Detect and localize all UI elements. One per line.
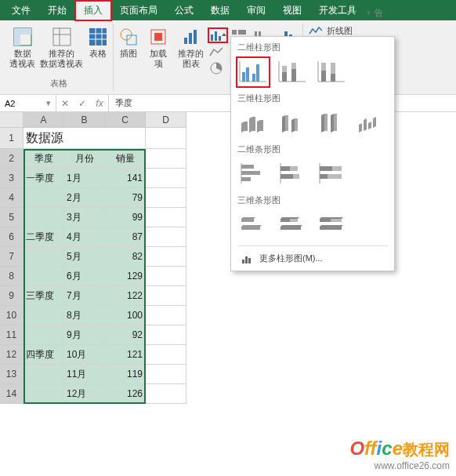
sparkline-line-button[interactable]: 折线图 [308,25,353,37]
cell[interactable] [146,247,186,267]
row-header[interactable]: 11 [0,325,24,345]
cell[interactable] [146,208,186,227]
stacked-bar-3d[interactable] [277,211,308,239]
row-header[interactable]: 7 [0,247,24,267]
more-column-charts[interactable]: 更多柱形图(M)... [237,245,388,271]
stacked-bar-100[interactable] [316,160,347,188]
data-cell[interactable]: 121 [105,345,146,365]
data-cell[interactable] [24,188,64,208]
data-cell[interactable]: 141 [105,169,146,188]
table-button[interactable]: 表格 [88,27,108,59]
addins-button[interactable]: 加载 项 [148,27,168,69]
row-header[interactable]: 2 [0,149,24,169]
header-cell[interactable]: 销量 [105,149,146,169]
title-cell[interactable]: 数据源 [24,128,146,149]
column-header[interactable]: C [105,112,146,128]
cell[interactable] [146,267,186,286]
data-cell[interactable] [24,325,64,345]
tab-review[interactable]: 审阅 [238,1,274,20]
illustrations-button[interactable]: 插图 [118,27,139,59]
recommended-pivot-button[interactable]: 推荐的 数据透视表 [40,27,83,69]
data-cell[interactable]: 3月 [64,208,105,227]
clustered-column-3d[interactable] [237,109,269,137]
data-cell[interactable] [24,267,64,286]
name-box[interactable]: A2▾ [0,95,56,111]
formula-input[interactable]: 季度 [109,97,139,109]
data-cell[interactable] [24,384,64,404]
cell[interactable] [146,384,186,404]
cell[interactable] [146,188,186,208]
stacked-column-3d-100[interactable] [316,109,347,137]
clustered-bar-2d[interactable] [237,160,269,188]
data-cell[interactable]: 129 [105,267,146,286]
data-cell[interactable] [24,365,64,384]
data-cell[interactable]: 一季度 [24,169,64,188]
pie-chart-dropdown[interactable] [208,61,227,75]
tab-developer[interactable]: 开发工具 [310,1,365,20]
cell[interactable] [146,365,186,384]
data-cell[interactable]: 87 [105,227,146,247]
data-cell[interactable]: 二季度 [24,227,64,247]
cell[interactable] [146,169,186,188]
stacked-bar-2d[interactable] [277,160,308,188]
header-cell[interactable]: 季度 [24,149,64,169]
column-chart-dropdown[interactable] [208,28,227,42]
row-header[interactable]: 6 [0,227,24,247]
stacked-bar-3d-100[interactable] [316,211,347,239]
row-header[interactable]: 5 [0,208,24,227]
data-cell[interactable]: 9月 [64,325,105,345]
data-cell[interactable]: 四季度 [24,345,64,365]
row-header[interactable]: 9 [0,286,24,306]
row-header[interactable]: 14 [0,384,24,404]
data-cell[interactable]: 三季度 [24,286,64,306]
tell-me[interactable]: ♀告 [365,2,383,19]
data-cell[interactable]: 79 [105,188,146,208]
tab-insert[interactable]: 插入 [75,1,111,20]
clustered-bar-3d[interactable] [237,211,269,239]
data-cell[interactable] [24,247,64,267]
data-cell[interactable]: 12月 [64,384,105,404]
row-header[interactable]: 13 [0,365,24,384]
line-chart-dropdown[interactable] [208,45,227,59]
cell[interactable] [146,306,186,325]
data-cell[interactable]: 8月 [64,306,105,325]
tab-file[interactable]: 文件 [3,1,39,20]
data-cell[interactable]: 10月 [64,345,105,365]
data-cell[interactable]: 4月 [64,227,105,247]
data-cell[interactable]: 122 [105,286,146,306]
cell[interactable] [146,325,186,345]
fx-button[interactable]: fx [91,95,108,111]
data-cell[interactable]: 2月 [64,188,105,208]
cell[interactable] [146,128,186,149]
cell[interactable] [146,345,186,365]
data-cell[interactable]: 99 [105,208,146,227]
data-cell[interactable]: 1月 [64,169,105,188]
pivot-table-button[interactable]: 数据 透视表 [9,27,35,69]
data-cell[interactable] [24,306,64,325]
data-cell[interactable]: 7月 [64,286,105,306]
data-cell[interactable]: 100 [105,306,146,325]
row-header[interactable]: 1 [0,128,24,149]
data-cell[interactable]: 6月 [64,267,105,286]
data-cell[interactable]: 5月 [64,247,105,267]
tab-data[interactable]: 数据 [202,1,238,20]
tab-view[interactable]: 视图 [274,1,310,20]
stacked-column-3d[interactable] [277,109,308,137]
enter-formula-button[interactable]: ✓ [74,95,91,111]
header-cell[interactable]: 月份 [64,149,105,169]
data-cell[interactable] [24,208,64,227]
data-cell[interactable]: 11月 [64,365,105,384]
stacked-column-2d[interactable] [277,58,308,86]
clustered-column-2d[interactable] [237,58,269,86]
data-cell[interactable]: 82 [105,247,146,267]
cell[interactable] [146,286,186,306]
data-cell[interactable]: 119 [105,365,146,384]
row-header[interactable]: 8 [0,267,24,286]
cell[interactable] [146,227,186,247]
row-header[interactable]: 4 [0,188,24,208]
column-header[interactable]: B [64,112,105,128]
row-header[interactable]: 12 [0,345,24,365]
row-header[interactable]: 10 [0,306,24,325]
tab-formulas[interactable]: 公式 [166,1,202,20]
tab-home[interactable]: 开始 [39,1,75,20]
